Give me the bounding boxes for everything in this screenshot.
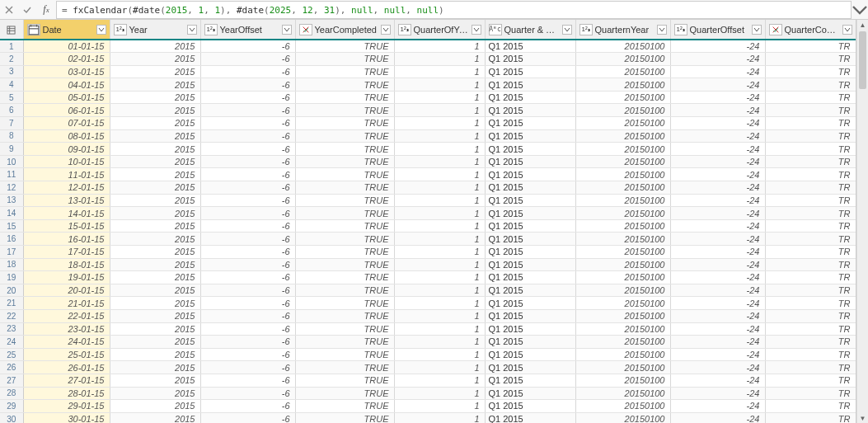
table-row[interactable]: 1313-01-152015-6TRUE1Q1 201520150100-24T…: [0, 194, 856, 207]
cell-quartercompleted[interactable]: TR: [765, 181, 856, 195]
cell-quarteryear[interactable]: Q1 2015: [485, 219, 575, 233]
cell-yearoffset[interactable]: -6: [200, 129, 295, 143]
cell-date[interactable]: 05-01-15: [23, 91, 110, 104]
cell-quarteryear[interactable]: Q1 2015: [485, 155, 575, 168]
cell-quarternyear[interactable]: 20150100: [575, 258, 670, 271]
cell-quarteroffset[interactable]: -24: [670, 155, 765, 168]
cell-yearoffset[interactable]: -6: [200, 412, 295, 423]
cell-yearoffset[interactable]: -6: [200, 168, 295, 181]
cell-date[interactable]: 16-01-15: [23, 233, 110, 246]
cell-quarteroffset[interactable]: -24: [670, 322, 765, 336]
table-row[interactable]: 707-01-152015-6TRUE1Q1 201520150100-24TR: [0, 117, 856, 130]
cell-quartercompleted[interactable]: TR: [765, 412, 856, 423]
cell-yearcompleted[interactable]: TRUE: [295, 387, 394, 400]
column-header-quarterofyear[interactable]: 1²₃QuarterOfYear: [394, 20, 485, 40]
cell-quarteroffset[interactable]: -24: [670, 78, 765, 92]
cell-quarterofyear[interactable]: 1: [394, 412, 485, 423]
cell-quarternyear[interactable]: 20150100: [575, 207, 670, 220]
cell-quarterofyear[interactable]: 1: [394, 297, 485, 310]
cell-yearoffset[interactable]: -6: [200, 322, 295, 336]
cell-yearcompleted[interactable]: TRUE: [295, 104, 394, 117]
cell-quarterofyear[interactable]: 1: [394, 348, 485, 361]
cell-yearoffset[interactable]: -6: [200, 284, 295, 297]
cell-yearoffset[interactable]: -6: [200, 233, 295, 246]
cell-quarteryear[interactable]: Q1 2015: [485, 181, 575, 195]
cell-yearoffset[interactable]: -6: [200, 336, 295, 349]
row-number[interactable]: 4: [0, 78, 23, 92]
cell-yearcompleted[interactable]: TRUE: [295, 233, 394, 246]
cell-year[interactable]: 2015: [110, 104, 200, 117]
table-row[interactable]: 2222-01-152015-6TRUE1Q1 201520150100-24T…: [0, 309, 856, 322]
cell-quarteroffset[interactable]: -24: [670, 143, 765, 156]
cell-year[interactable]: 2015: [110, 78, 200, 92]
cell-quarternyear[interactable]: 20150100: [575, 78, 670, 92]
cell-year[interactable]: 2015: [110, 207, 200, 220]
column-filter-button[interactable]: [282, 25, 292, 35]
cell-yearoffset[interactable]: -6: [200, 361, 295, 374]
cell-quartercompleted[interactable]: TR: [765, 361, 856, 374]
table-row[interactable]: 101-01-152015-6TRUE1Q1 201520150100-24TR: [0, 40, 856, 53]
cell-yearcompleted[interactable]: TRUE: [295, 168, 394, 181]
table-row[interactable]: 2626-01-152015-6TRUE1Q1 201520150100-24T…: [0, 361, 856, 374]
table-row[interactable]: 606-01-152015-6TRUE1Q1 201520150100-24TR: [0, 104, 856, 117]
cell-date[interactable]: 07-01-15: [23, 117, 110, 130]
cell-year[interactable]: 2015: [110, 361, 200, 374]
table-row[interactable]: 1212-01-152015-6TRUE1Q1 201520150100-24T…: [0, 181, 856, 195]
cell-quarternyear[interactable]: 20150100: [575, 155, 670, 168]
cell-yearcompleted[interactable]: TRUE: [295, 400, 394, 413]
cell-date[interactable]: 02-01-15: [23, 53, 110, 66]
int-type-icon[interactable]: 1²₃: [398, 24, 411, 35]
cell-year[interactable]: 2015: [110, 412, 200, 423]
row-number[interactable]: 10: [0, 155, 23, 168]
cell-quartercompleted[interactable]: TR: [765, 117, 856, 130]
cell-year[interactable]: 2015: [110, 387, 200, 400]
cell-quarterofyear[interactable]: 1: [394, 374, 485, 387]
cell-yearcompleted[interactable]: TRUE: [295, 219, 394, 233]
cell-quarteroffset[interactable]: -24: [670, 219, 765, 233]
cell-year[interactable]: 2015: [110, 65, 200, 78]
cell-yearoffset[interactable]: -6: [200, 65, 295, 78]
cell-quarteryear[interactable]: Q1 2015: [485, 53, 575, 66]
cell-quarteroffset[interactable]: -24: [670, 400, 765, 413]
cell-quarteryear[interactable]: Q1 2015: [485, 246, 575, 259]
table-row[interactable]: 2828-01-152015-6TRUE1Q1 201520150100-24T…: [0, 387, 856, 400]
cell-year[interactable]: 2015: [110, 348, 200, 361]
table-row[interactable]: 505-01-152015-6TRUE1Q1 201520150100-24TR: [0, 91, 856, 104]
cell-yearoffset[interactable]: -6: [200, 40, 295, 53]
cell-quarteryear[interactable]: Q1 2015: [485, 117, 575, 130]
cell-quarternyear[interactable]: 20150100: [575, 219, 670, 233]
cell-quarteryear[interactable]: Q1 2015: [485, 143, 575, 156]
cell-quarterofyear[interactable]: 1: [394, 336, 485, 349]
row-number[interactable]: 12: [0, 181, 23, 195]
cell-year[interactable]: 2015: [110, 271, 200, 284]
int-type-icon[interactable]: 1²₃: [204, 24, 218, 35]
cell-quarterofyear[interactable]: 1: [394, 181, 485, 195]
cell-yearcompleted[interactable]: TRUE: [295, 246, 394, 259]
table-row[interactable]: 2424-01-152015-6TRUE1Q1 201520150100-24T…: [0, 336, 856, 349]
row-number[interactable]: 3: [0, 65, 23, 78]
cell-date[interactable]: 17-01-15: [23, 246, 110, 259]
cell-quarteryear[interactable]: Q1 2015: [485, 412, 575, 423]
cell-quarterofyear[interactable]: 1: [394, 91, 485, 104]
row-number[interactable]: 28: [0, 387, 23, 400]
cell-quarteroffset[interactable]: -24: [670, 129, 765, 143]
cell-quartercompleted[interactable]: TR: [765, 40, 856, 53]
table-row[interactable]: 808-01-152015-6TRUE1Q1 201520150100-24TR: [0, 129, 856, 143]
cell-quarteroffset[interactable]: -24: [670, 297, 765, 310]
cell-quarterofyear[interactable]: 1: [394, 194, 485, 207]
cell-quarteryear[interactable]: Q1 2015: [485, 336, 575, 349]
cell-quarterofyear[interactable]: 1: [394, 207, 485, 220]
cell-quarternyear[interactable]: 20150100: [575, 297, 670, 310]
cell-quarteroffset[interactable]: -24: [670, 91, 765, 104]
cell-quarteryear[interactable]: Q1 2015: [485, 387, 575, 400]
cell-quarteroffset[interactable]: -24: [670, 374, 765, 387]
cell-date[interactable]: 12-01-15: [23, 181, 110, 195]
table-row[interactable]: 1515-01-152015-6TRUE1Q1 201520150100-24T…: [0, 219, 856, 233]
row-number[interactable]: 30: [0, 412, 23, 423]
cell-quarternyear[interactable]: 20150100: [575, 143, 670, 156]
cell-quarterofyear[interactable]: 1: [394, 322, 485, 336]
column-filter-button[interactable]: [657, 25, 667, 35]
cell-date[interactable]: 08-01-15: [23, 129, 110, 143]
cell-quarteryear[interactable]: Q1 2015: [485, 129, 575, 143]
cell-yearcompleted[interactable]: TRUE: [295, 258, 394, 271]
